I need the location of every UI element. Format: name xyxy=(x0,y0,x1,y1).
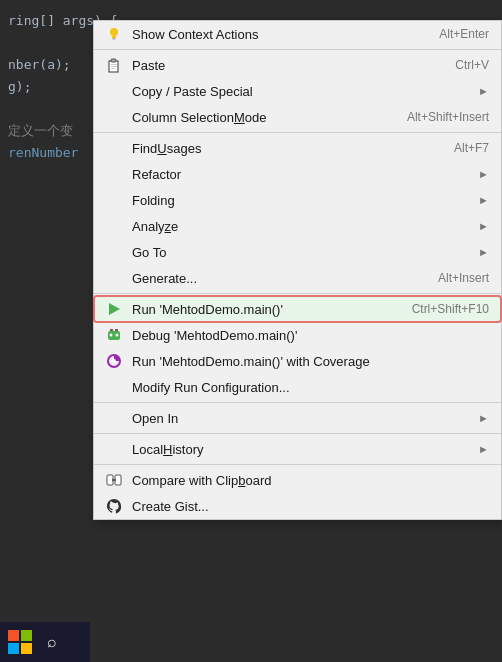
menu-item-find-usages[interactable]: Find Usages Alt+F7 xyxy=(94,135,501,161)
separator-4 xyxy=(94,402,501,403)
menu-item-local-history[interactable]: Local History ► xyxy=(94,436,501,462)
svg-point-9 xyxy=(110,334,113,337)
menu-label-paste: Paste xyxy=(132,58,435,73)
menu-label-run-coverage: Run 'MehtodDemo.main()' with Coverage xyxy=(132,354,489,369)
menu-label-create-gist: Create Gist... xyxy=(132,499,489,514)
menu-item-run-coverage[interactable]: Run 'MehtodDemo.main()' with Coverage xyxy=(94,348,501,374)
svg-rect-6 xyxy=(111,66,117,67)
svg-rect-2 xyxy=(113,38,116,40)
menu-label-folding: Folding xyxy=(132,193,470,208)
svg-point-14 xyxy=(112,359,116,363)
menu-label-refactor: Refactor xyxy=(132,167,470,182)
arrow-icon-analyze: ► xyxy=(478,220,489,232)
context-menu: Show Context Actions Alt+Enter Paste Ctr… xyxy=(93,20,502,520)
menu-shortcut-find-usages: Alt+F7 xyxy=(434,141,489,155)
separator-3 xyxy=(94,293,501,294)
svg-rect-1 xyxy=(112,36,116,38)
code-line-4: g); xyxy=(8,76,82,98)
arrow-icon-folding: ► xyxy=(478,194,489,206)
debug-icon xyxy=(102,327,126,343)
menu-item-column-selection[interactable]: Column Selection Mode Alt+Shift+Insert xyxy=(94,104,501,130)
win-tile-4 xyxy=(21,643,32,654)
separator-5 xyxy=(94,433,501,434)
github-icon xyxy=(102,498,126,514)
menu-label-modify-run: Modify Run Configuration... xyxy=(132,380,489,395)
menu-item-create-gist[interactable]: Create Gist... xyxy=(94,493,501,519)
code-line-7: renNumber xyxy=(8,142,82,164)
menu-item-go-to[interactable]: Go To ► xyxy=(94,239,501,265)
code-line-6: 定义一个变 xyxy=(8,120,82,142)
menu-item-copy-paste-special[interactable]: Copy / Paste Special ► xyxy=(94,78,501,104)
menu-shortcut-show-context-actions: Alt+Enter xyxy=(419,27,489,41)
paste-icon xyxy=(102,57,126,73)
code-line-1: ring[] args) { xyxy=(8,10,82,32)
menu-label-show-context-actions: Show Context Actions xyxy=(132,27,419,42)
menu-label-go-to: Go To xyxy=(132,245,470,260)
menu-shortcut-paste: Ctrl+V xyxy=(435,58,489,72)
menu-label-column-selection: Column Selection Mode xyxy=(132,110,387,125)
arrow-icon-copy-paste: ► xyxy=(478,85,489,97)
taskbar-search-button[interactable]: ⌕ xyxy=(40,630,64,654)
separator-1 xyxy=(94,49,501,50)
menu-label-run-main: Run 'MehtodDemo.main()' xyxy=(132,302,392,317)
menu-label-copy-paste-special: Copy / Paste Special xyxy=(132,84,470,99)
menu-item-generate[interactable]: Generate... Alt+Insert xyxy=(94,265,501,291)
taskbar: ⌕ xyxy=(0,622,90,662)
menu-label-generate: Generate... xyxy=(132,271,418,286)
coverage-icon xyxy=(102,353,126,369)
code-line-5 xyxy=(8,98,82,120)
svg-point-10 xyxy=(116,334,119,337)
menu-item-run-main[interactable]: Run 'MehtodDemo.main()' Ctrl+Shift+F10 xyxy=(94,296,501,322)
menu-item-refactor[interactable]: Refactor ► xyxy=(94,161,501,187)
code-editor: ring[] args) { nber(a); g); 定义一个变 renNum… xyxy=(0,0,90,662)
menu-label-find-usages: Find Usages xyxy=(132,141,434,156)
separator-2 xyxy=(94,132,501,133)
menu-item-analyze[interactable]: Analyze ► xyxy=(94,213,501,239)
menu-label-compare-clipboard: Compare with Clipboard xyxy=(132,473,489,488)
svg-rect-5 xyxy=(111,64,117,65)
svg-rect-12 xyxy=(115,329,118,331)
menu-item-show-context-actions[interactable]: Show Context Actions Alt+Enter xyxy=(94,21,501,47)
separator-6 xyxy=(94,464,501,465)
svg-point-0 xyxy=(110,28,118,36)
menu-label-local-history: Local History xyxy=(132,442,470,457)
win-tile-1 xyxy=(8,630,19,641)
menu-label-analyze: Analyze xyxy=(132,219,470,234)
menu-item-paste[interactable]: Paste Ctrl+V xyxy=(94,52,501,78)
compare-clipboard-icon xyxy=(102,472,126,488)
menu-shortcut-column-selection: Alt+Shift+Insert xyxy=(387,110,489,124)
menu-shortcut-generate: Alt+Insert xyxy=(418,271,489,285)
menu-label-debug-main: Debug 'MehtodDemo.main()' xyxy=(132,328,489,343)
svg-rect-4 xyxy=(111,59,116,62)
win-tile-3 xyxy=(8,643,19,654)
menu-label-open-in: Open In xyxy=(132,411,470,426)
arrow-icon-local-history: ► xyxy=(478,443,489,455)
code-line-2 xyxy=(8,32,82,54)
arrow-icon-refactor: ► xyxy=(478,168,489,180)
run-icon xyxy=(102,303,126,315)
svg-rect-11 xyxy=(110,329,113,331)
code-line-3: nber(a); xyxy=(8,54,82,76)
menu-item-folding[interactable]: Folding ► xyxy=(94,187,501,213)
win-tile-2 xyxy=(21,630,32,641)
svg-rect-7 xyxy=(111,68,115,69)
bulb-icon xyxy=(102,26,126,42)
menu-shortcut-run-main: Ctrl+Shift+F10 xyxy=(392,302,489,316)
menu-item-debug-main[interactable]: Debug 'MehtodDemo.main()' xyxy=(94,322,501,348)
menu-item-open-in[interactable]: Open In ► xyxy=(94,405,501,431)
arrow-icon-go-to: ► xyxy=(478,246,489,258)
arrow-icon-open-in: ► xyxy=(478,412,489,424)
windows-start-button[interactable] xyxy=(8,630,32,654)
menu-item-modify-run[interactable]: Modify Run Configuration... xyxy=(94,374,501,400)
menu-item-compare-clipboard[interactable]: Compare with Clipboard xyxy=(94,467,501,493)
